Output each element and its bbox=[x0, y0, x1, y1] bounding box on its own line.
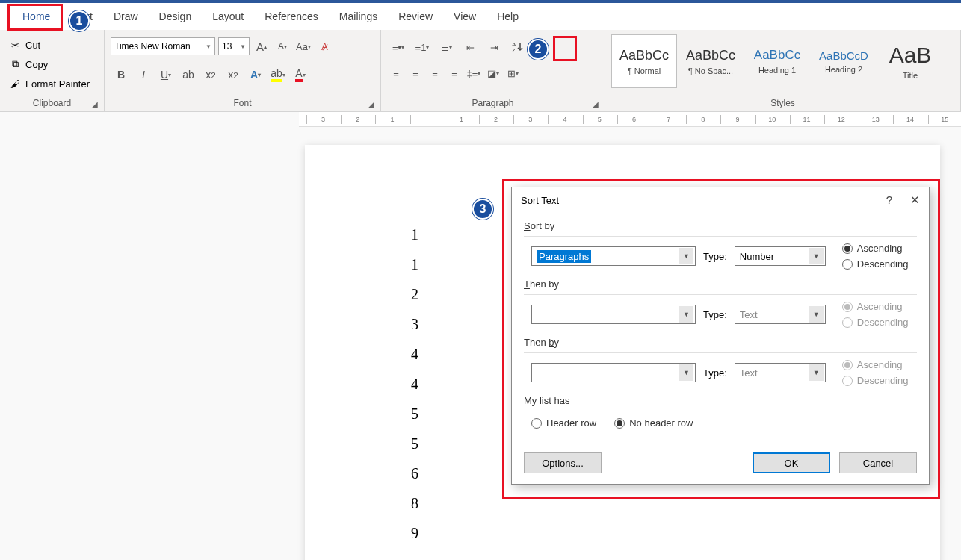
copy-button[interactable]: ⧉ Copy bbox=[6, 57, 98, 72]
styles-title: Styles bbox=[611, 96, 954, 110]
strikethrough-button[interactable]: ab bbox=[178, 64, 199, 85]
shading-button[interactable]: ◪▾ bbox=[484, 64, 502, 82]
annotation-box-2 bbox=[553, 36, 577, 61]
increase-indent-button[interactable]: ⇥ bbox=[483, 37, 505, 57]
font-size-combo[interactable]: 13▼ bbox=[218, 37, 250, 55]
cut-label: Cut bbox=[25, 40, 40, 51]
copy-icon: ⧉ bbox=[9, 58, 21, 70]
copy-label: Copy bbox=[25, 59, 48, 70]
numbering-button[interactable]: ≡1▾ bbox=[411, 37, 433, 57]
annotation-box-3 bbox=[502, 179, 940, 499]
decrease-indent-button[interactable]: ⇤ bbox=[459, 37, 481, 57]
tab-references[interactable]: References bbox=[254, 6, 329, 27]
subscript-button[interactable]: x2 bbox=[200, 64, 221, 85]
tab-draw[interactable]: Draw bbox=[103, 6, 149, 27]
font-group: Times New Roman▼ 13▼ A▴ A▾ Aa▾ A̷ B I U▾… bbox=[105, 30, 381, 111]
font-title: Font ◢ bbox=[111, 96, 374, 110]
text-effects-button[interactable]: A▾ bbox=[245, 64, 266, 85]
paragraph-title: Paragraph ◢ bbox=[387, 96, 599, 110]
bold-button[interactable]: B bbox=[111, 64, 132, 85]
brush-icon: 🖌 bbox=[9, 78, 21, 90]
multilevel-button[interactable]: ≣▾ bbox=[435, 37, 457, 57]
justify-button[interactable]: ≡ bbox=[445, 64, 463, 82]
style--no-spac-[interactable]: AaBbCc¶ No Spac... bbox=[678, 34, 744, 88]
ribbon-tabs: Home rt Draw Design Layout References Ma… bbox=[0, 3, 961, 30]
italic-button[interactable]: I bbox=[133, 64, 154, 85]
clear-formatting-button[interactable]: A̷ bbox=[315, 37, 333, 55]
tab-help[interactable]: Help bbox=[486, 6, 529, 27]
bullets-button[interactable]: ≡•▾ bbox=[387, 37, 410, 57]
ruler[interactable]: 321123456789101112131415 bbox=[299, 112, 961, 127]
ribbon: ✂ Cut ⧉ Copy 🖌 Format Painter Clipboard … bbox=[0, 30, 961, 112]
align-center-button[interactable]: ≡ bbox=[407, 64, 424, 82]
align-right-button[interactable]: ≡ bbox=[426, 64, 444, 82]
tab-review[interactable]: Review bbox=[388, 6, 443, 27]
scissors-icon: ✂ bbox=[9, 39, 21, 51]
change-case-button[interactable]: Aa▾ bbox=[294, 37, 312, 55]
styles-group: AaBbCc¶ NormalAaBbCc¶ No Spac...AaBbCcHe… bbox=[605, 30, 961, 111]
style-heading-2[interactable]: AaBbCcDHeading 2 bbox=[811, 34, 877, 88]
shrink-font-button[interactable]: A▾ bbox=[274, 37, 291, 55]
tab-view[interactable]: View bbox=[443, 6, 486, 27]
annotation-box-1 bbox=[7, 4, 63, 31]
underline-button[interactable]: U▾ bbox=[155, 64, 176, 85]
tab-design[interactable]: Design bbox=[149, 6, 203, 27]
style-heading-1[interactable]: AaBbCcHeading 1 bbox=[744, 34, 810, 88]
highlight-button[interactable]: ab▾ bbox=[268, 64, 288, 85]
annotation-marker-2: 2 bbox=[528, 39, 549, 60]
superscript-button[interactable]: x2 bbox=[223, 64, 244, 85]
tab-mailings[interactable]: Mailings bbox=[329, 6, 388, 27]
tab-layout[interactable]: Layout bbox=[202, 6, 254, 27]
svg-text:Z: Z bbox=[512, 47, 516, 54]
borders-button[interactable]: ⊞▾ bbox=[504, 64, 522, 82]
align-left-button[interactable]: ≡ bbox=[387, 64, 405, 82]
grow-font-button[interactable]: A▴ bbox=[253, 37, 271, 55]
font-color-button[interactable]: A▾ bbox=[290, 64, 311, 85]
format-painter-label: Format Painter bbox=[25, 78, 90, 90]
clipboard-group: ✂ Cut ⧉ Copy 🖌 Format Painter Clipboard … bbox=[0, 30, 105, 111]
annotation-marker-1: 1 bbox=[69, 10, 90, 31]
style-title[interactable]: AaBTitle bbox=[877, 34, 943, 88]
font-launcher-icon[interactable]: ◢ bbox=[368, 100, 374, 108]
clipboard-launcher-icon[interactable]: ◢ bbox=[92, 100, 98, 108]
line-spacing-button[interactable]: ‡≡▾ bbox=[465, 64, 483, 82]
sort-button[interactable]: AZ bbox=[507, 37, 529, 57]
paragraph-launcher-icon[interactable]: ◢ bbox=[593, 100, 599, 108]
format-painter-button[interactable]: 🖌 Format Painter bbox=[6, 76, 98, 91]
font-name-combo[interactable]: Times New Roman▼ bbox=[111, 37, 215, 55]
clipboard-title: Clipboard ◢ bbox=[6, 96, 98, 110]
annotation-marker-3: 3 bbox=[472, 199, 493, 220]
style--normal[interactable]: AaBbCc¶ Normal bbox=[611, 34, 677, 88]
cut-button[interactable]: ✂ Cut bbox=[6, 37, 98, 52]
